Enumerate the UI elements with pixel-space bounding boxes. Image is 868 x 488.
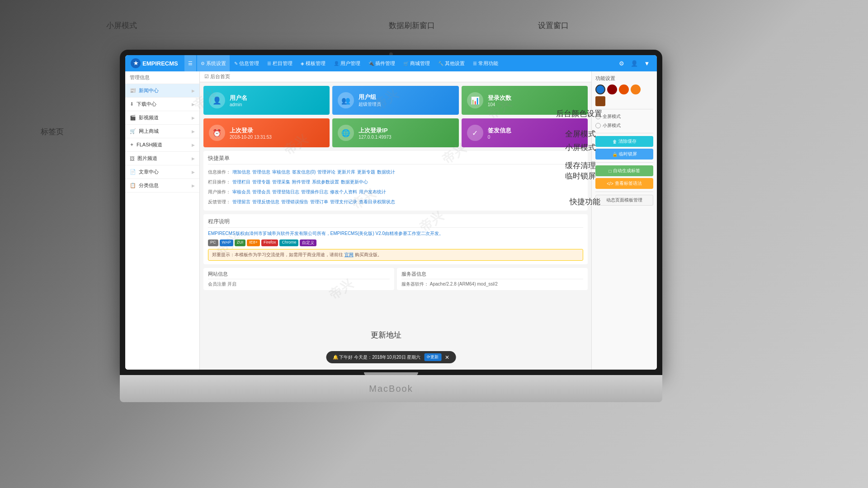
quick-dir-perm[interactable]: 查看目录权限状态 [359, 198, 395, 206]
macbook-brand: MacBook [369, 384, 413, 394]
fullscreen-radio[interactable]: 全屏模式 [595, 112, 653, 121]
color-row [595, 84, 653, 94]
notification-text: 🔔 下午好 今天是：2018年10月20日 星期六 [333, 354, 421, 361]
quick-mgmt-topic[interactable]: 管理专题 [252, 178, 270, 186]
warning-suffix: 购买商业版。 [355, 252, 382, 257]
color-orange[interactable] [619, 84, 629, 94]
color-row-2 [595, 96, 653, 106]
quick-mgmt-msg[interactable]: 管理留言 [232, 198, 250, 206]
quick-mgmt-feedback[interactable]: 管理反馈信息 [252, 198, 279, 206]
quick-op-log[interactable]: 管理操作日志 [301, 188, 328, 196]
nav-gear-btn[interactable]: ⚙ [615, 57, 628, 70]
quick-comment[interactable]: 管理评论 [317, 169, 335, 176]
notification-update-btn[interactable]: ⟳更新 [424, 353, 441, 361]
nav-info-mgmt[interactable]: ✎ 信息管理 [231, 55, 263, 71]
quick-update-topic[interactable]: 更新专题 [357, 169, 375, 176]
quick-add-info[interactable]: 增加信息 [232, 169, 250, 176]
nav-template-mgmt[interactable]: ◈ 模板管理 [297, 55, 329, 71]
server-info-title: 服务器信息 [401, 271, 583, 279]
nav-user-mgmt[interactable]: 👤 用户管理 [330, 55, 364, 71]
sidebar-item-news[interactable]: 📰 新闻中心 ▶ [125, 84, 199, 98]
badge-firefox: Firefox [261, 239, 278, 246]
sidebar-item-shop[interactable]: 🛒 网上商城 ▶ [125, 125, 199, 138]
image-icon: 🖼 [130, 156, 135, 161]
auto-tag-btn[interactable]: □ 自动生成标签 [595, 165, 653, 176]
quick-edit-profile[interactable]: 修改个人资料 [330, 188, 357, 196]
quick-mgmt-member[interactable]: 管理会员 [252, 188, 270, 196]
sidebar-image-label: 图片频道 [137, 155, 157, 162]
logincount-icon: 📊 [467, 92, 483, 108]
settings-icon: ⚙ [201, 61, 205, 66]
view-tag-btn[interactable]: </> 查看标签语法 [595, 178, 653, 189]
quick-mgmt-collect[interactable]: 管理采集 [272, 178, 290, 186]
quick-sys-param[interactable]: 系统参数设置 [312, 178, 339, 186]
quick-sign-info[interactable]: 签发信息(0) [292, 169, 316, 176]
quick-attachment[interactable]: 附件管理 [292, 178, 310, 186]
stats-row-2: ⏰ 上次登录 2018-10-20 13:31:53 🌐 上 [203, 118, 588, 147]
color-darkred[interactable] [607, 84, 617, 94]
quick-data-stats[interactable]: 数据统计 [377, 169, 395, 176]
quick-mgmt-info[interactable]: 管理信息 [252, 169, 270, 176]
nav-right-icons: ⚙ 👤 ▼ [615, 57, 653, 70]
quick-payment-log[interactable]: 管理支付记录 [330, 198, 357, 206]
badge-zui: ZUI [235, 239, 246, 246]
notification-close-btn[interactable]: ✕ [445, 354, 449, 361]
nav-other-label: 其他设置 [445, 60, 465, 67]
quick-update-lib[interactable]: 更新片库 [337, 169, 355, 176]
smallscreen-radio[interactable]: 小屏模式 [595, 121, 653, 130]
quick-data-center[interactable]: 数据更新中心 [341, 178, 368, 186]
clear-cache-btn[interactable]: 🗑 清除缓存 [595, 136, 653, 147]
nav-menu-btn[interactable]: ☰ [184, 55, 196, 71]
usergroup-title: 用户组 [359, 93, 381, 101]
image-arrow: ▶ [192, 156, 195, 161]
nav-user-btn[interactable]: 👤 [628, 57, 641, 70]
annotation-cache-clear: 缓存清理 [565, 160, 596, 171]
quick-row-feedback: 反馈管理： 管理留言 管理反馈信息 管理错误报告 管理订单 管理支付记录 查看目… [208, 197, 583, 207]
usergroup-icon: 👥 [338, 92, 354, 108]
dynamic-tpl-btn[interactable]: 动态页面模板管理 [595, 195, 653, 206]
logincount-info: 登录次数 104 [488, 94, 511, 107]
temp-lock-btn[interactable]: 🔒 临时锁屏 [595, 149, 653, 160]
color-yellow[interactable] [631, 84, 641, 94]
prog-badges: PC WAP ZUI IE8+ Firefox Chrome 自定义 [208, 239, 583, 246]
logo-text: EMPIRECMS [142, 60, 178, 67]
quick-audit-info[interactable]: 审核信息 [272, 169, 290, 176]
user-icon: 👤 [334, 61, 339, 66]
color-brown[interactable] [595, 96, 605, 106]
lastlogin-title: 上次登录 [230, 127, 272, 135]
site-info-panel: 网站信息 会员注册 开启 [203, 268, 394, 290]
color-blue[interactable] [595, 84, 605, 94]
quick-audit-member[interactable]: 审核会员 [232, 188, 250, 196]
badge-pc: PC [208, 239, 218, 246]
nav-dropdown-btn[interactable]: ▼ [641, 57, 653, 70]
quick-menu: 快捷菜单 信息操作： 增加信息 管理信息 审核信息 签发信息(0) 管理评论 [203, 151, 588, 211]
sidebar-item-video[interactable]: 🎬 影视频道 ▶ [125, 111, 199, 125]
badge-wap: WAP [220, 239, 233, 246]
nav-shop-mgmt[interactable]: 🛒 商城管理 [400, 55, 434, 71]
category-arrow: ▶ [192, 183, 195, 188]
quick-info-label: 信息操作： [208, 169, 231, 176]
warning-box: 郑重提示：本模板作为学习交流使用，如需用于商业用途，请前往 官网 购买商业版。 [208, 249, 583, 261]
warning-link[interactable]: 官网 [344, 252, 354, 257]
nav-tpl-label: 模板管理 [306, 60, 326, 67]
sidebar-item-article[interactable]: 📄 文章中心 ▶ [125, 165, 199, 179]
quick-login-log[interactable]: 管理登陆日志 [272, 188, 299, 196]
shop-icon: 🛒 [403, 61, 409, 66]
download-icon: ⬇ [130, 101, 134, 107]
quick-user-publish[interactable]: 用户发布统计 [359, 188, 386, 196]
nav-column-mgmt[interactable]: ☰ 栏目管理 [264, 55, 296, 71]
nav-shop-label: 商城管理 [410, 60, 430, 67]
lastlogin-icon: ⏰ [209, 125, 225, 141]
sidebar-item-download[interactable]: ⬇ 下载中心 ▶ [125, 98, 199, 111]
quick-error-report[interactable]: 管理错误报告 [281, 198, 308, 206]
sidebar-item-flash[interactable]: ✦ FLASH频道 ▶ [125, 138, 199, 152]
quick-mgmt-col[interactable]: 管理栏目 [232, 178, 250, 186]
quick-mgmt-order[interactable]: 管理订单 [310, 198, 328, 206]
sidebar-item-image[interactable]: 🖼 图片频道 ▶ [125, 152, 199, 165]
nav-other-settings[interactable]: 🔧 其他设置 [434, 55, 468, 71]
nav-common-func[interactable]: ☰ 常用功能 [469, 55, 502, 71]
nav-plugin-mgmt[interactable]: 🔌 插件管理 [365, 55, 399, 71]
sidebar-shop-label: 网上商城 [139, 128, 159, 135]
sidebar-item-category[interactable]: 📋 分类信息 ▶ [125, 179, 199, 192]
nav-system-settings[interactable]: ⚙ 系统设置 [197, 55, 230, 71]
